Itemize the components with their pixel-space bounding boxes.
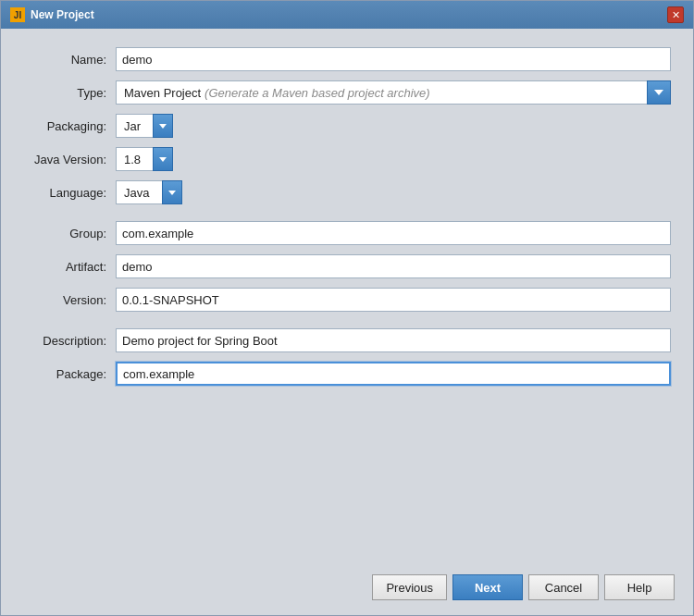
dialog-content: Name: Type: Maven Project (Generate a Ma… bbox=[1, 29, 693, 565]
previous-button[interactable]: Previous bbox=[372, 574, 447, 600]
group-row: Group: bbox=[23, 221, 671, 245]
help-button[interactable]: Help bbox=[604, 574, 675, 600]
separator-2 bbox=[23, 321, 671, 328]
next-button[interactable]: Next bbox=[452, 574, 523, 600]
java-version-label: Java Version: bbox=[23, 153, 116, 166]
title-bar-left: JI New Project bbox=[10, 7, 94, 22]
dialog-footer: Previous Next Cancel Help bbox=[1, 565, 693, 615]
java-version-dropdown-button[interactable] bbox=[153, 147, 173, 171]
artifact-row: Artifact: bbox=[23, 254, 671, 278]
java-version-row: Java Version: 1.8 bbox=[23, 147, 671, 171]
cancel-button[interactable]: Cancel bbox=[528, 574, 599, 600]
dialog-title: New Project bbox=[31, 8, 94, 21]
title-bar: JI New Project ✕ bbox=[1, 1, 693, 29]
packaging-select-wrapper: Jar bbox=[116, 114, 173, 138]
separator-1 bbox=[23, 214, 671, 221]
packaging-select-text: Jar bbox=[116, 114, 153, 138]
version-label: Version: bbox=[23, 293, 116, 307]
language-row: Language: Java bbox=[23, 180, 671, 204]
name-input[interactable] bbox=[116, 47, 671, 71]
language-select-wrapper: Java bbox=[116, 180, 182, 204]
artifact-input[interactable] bbox=[116, 254, 671, 278]
type-select-text: Maven Project (Generate a Maven based pr… bbox=[116, 80, 647, 105]
package-input[interactable] bbox=[116, 362, 671, 386]
new-project-dialog: JI New Project ✕ Name: Type: Maven Proje… bbox=[0, 0, 694, 616]
name-label: Name: bbox=[23, 53, 116, 67]
packaging-label: Packaging: bbox=[23, 119, 116, 133]
artifact-label: Artifact: bbox=[23, 260, 116, 274]
svg-marker-1 bbox=[159, 124, 167, 129]
type-label: Type: bbox=[23, 86, 116, 100]
close-button[interactable]: ✕ bbox=[667, 6, 684, 23]
version-row: Version: bbox=[23, 288, 671, 312]
svg-marker-2 bbox=[159, 157, 167, 162]
group-input[interactable] bbox=[116, 221, 671, 245]
language-dropdown-button[interactable] bbox=[162, 180, 182, 204]
package-label: Package: bbox=[23, 367, 116, 381]
description-row: Description: bbox=[23, 328, 671, 352]
version-input[interactable] bbox=[116, 288, 671, 312]
svg-marker-0 bbox=[654, 90, 663, 95]
packaging-row: Packaging: Jar bbox=[23, 114, 671, 138]
package-row: Package: bbox=[23, 362, 671, 386]
language-label: Language: bbox=[23, 186, 116, 200]
packaging-dropdown-button[interactable] bbox=[153, 114, 173, 138]
type-dropdown-button[interactable] bbox=[647, 80, 671, 105]
java-version-select-text: 1.8 bbox=[116, 147, 153, 171]
description-input[interactable] bbox=[116, 328, 671, 352]
type-row: Type: Maven Project (Generate a Maven ba… bbox=[23, 80, 671, 105]
description-label: Description: bbox=[23, 334, 116, 348]
svg-marker-3 bbox=[168, 191, 176, 195]
type-select-wrapper: Maven Project (Generate a Maven based pr… bbox=[116, 80, 671, 105]
name-row: Name: bbox=[23, 47, 671, 71]
dialog-icon: JI bbox=[10, 7, 25, 22]
language-select-text: Java bbox=[116, 180, 162, 204]
java-version-select-wrapper: 1.8 bbox=[116, 147, 173, 171]
group-label: Group: bbox=[23, 227, 116, 240]
